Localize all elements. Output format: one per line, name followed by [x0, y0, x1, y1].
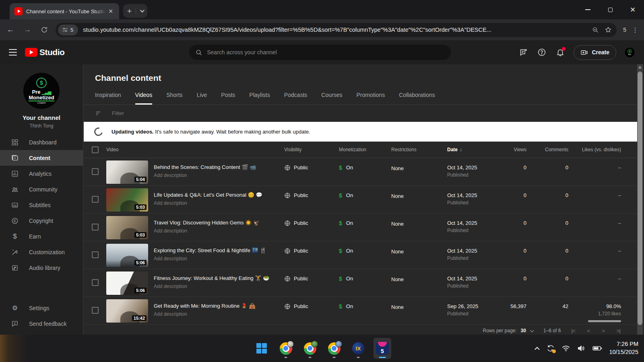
chrome-profile-1-button[interactable] — [277, 338, 295, 359]
tab-podcasts[interactable]: Podcasts — [284, 92, 308, 105]
tab-inspiration[interactable]: Inspiration — [95, 92, 121, 105]
tab-courses[interactable]: Courses — [321, 92, 342, 105]
site-settings-chip[interactable]: 5 — [58, 25, 78, 35]
tab-promotions[interactable]: Promotions — [356, 92, 385, 105]
create-button[interactable]: Create — [574, 45, 616, 60]
monetization-value[interactable]: On — [346, 165, 353, 185]
row-checkbox[interactable] — [92, 279, 99, 286]
video-title[interactable]: Behind the Scenes: Creating Content 🎬 📹 — [154, 164, 256, 170]
row-checkbox[interactable] — [92, 307, 99, 314]
tab-live[interactable]: Live — [197, 92, 207, 105]
sidebar-item-content[interactable]: Content — [0, 150, 83, 166]
active-app-button[interactable]: 5 — [374, 338, 391, 359]
visibility-value[interactable]: Public — [294, 276, 308, 282]
taskbar-clock[interactable]: 7:26 PM 10/15/2025 — [609, 340, 638, 356]
video-description-placeholder[interactable]: Add description — [154, 200, 262, 206]
tab-posts[interactable]: Posts — [221, 92, 235, 105]
video-description-placeholder[interactable]: Add description — [154, 311, 256, 317]
video-thumbnail[interactable]: 5:04 — [106, 160, 148, 184]
monetization-value[interactable]: On — [346, 192, 353, 213]
wifi-button[interactable] — [561, 344, 570, 353]
visibility-value[interactable]: Public — [294, 248, 308, 254]
window-close-button[interactable]: ✕ — [621, 0, 644, 19]
browser-profile-label[interactable]: 5 — [623, 27, 626, 33]
forward-button[interactable]: → — [21, 23, 34, 36]
header-likes[interactable]: Likes (vs. dislikes) — [568, 147, 637, 152]
monetization-value[interactable]: On — [346, 276, 353, 296]
visibility-value[interactable]: Public — [294, 165, 308, 171]
address-bar[interactable]: 5 studio.youtube.com/channel/UCb0azqva8k… — [56, 23, 617, 37]
header-comments[interactable]: Comments — [526, 147, 568, 152]
bookmark-button[interactable] — [605, 26, 612, 33]
rows-per-page-value[interactable]: 30 — [521, 328, 526, 333]
notifications-button[interactable] — [555, 47, 566, 58]
new-tab-button[interactable]: + — [127, 7, 132, 15]
filter-input[interactable] — [112, 110, 273, 116]
browser-menu-button[interactable]: ⋮ — [632, 26, 638, 34]
battery-button[interactable] — [592, 344, 603, 353]
prev-page-button[interactable]: < — [587, 328, 590, 334]
visibility-value[interactable]: Public — [294, 192, 308, 198]
tab-close-icon[interactable]: ✕ — [106, 7, 115, 15]
sidebar-item-audio-library[interactable]: Audio library — [0, 260, 83, 276]
account-avatar[interactable]: $ Pre — [624, 47, 635, 58]
window-minimize-button[interactable] — [576, 0, 599, 19]
channel-avatar[interactable]: $ Pre ▁▃▅ Monetized Chann — [23, 73, 60, 109]
tray-overflow-chevron[interactable] — [536, 347, 540, 350]
row-checkbox[interactable] — [92, 196, 99, 203]
rows-per-page-control[interactable]: Rows per page: 30 — [483, 328, 533, 333]
sidebar-item-dashboard[interactable]: Dashboard — [0, 134, 83, 150]
video-description-placeholder[interactable]: Add description — [154, 228, 260, 234]
visibility-value[interactable]: Public — [294, 220, 308, 226]
studio-logo[interactable]: Studio — [25, 47, 64, 57]
sync-status-button[interactable] — [546, 344, 555, 353]
row-checkbox[interactable] — [92, 168, 99, 175]
window-restore-button[interactable] — [599, 0, 621, 19]
video-title[interactable]: Get Ready with Me: Morning Routine 💄 👜 — [154, 303, 256, 309]
rows-per-page-chevron-icon[interactable] — [530, 328, 534, 332]
tab-collaborations[interactable]: Collaborations — [399, 92, 435, 105]
sidebar-item-earn[interactable]: $ Earn — [0, 228, 83, 244]
channel-search-box[interactable] — [189, 45, 451, 60]
sidebar-item-copyright[interactable]: Copyright — [0, 213, 83, 228]
browser-tab[interactable]: Channel content - YouTube Studio ✕ — [10, 3, 119, 19]
monetization-value[interactable]: On — [346, 248, 353, 269]
header-restrictions[interactable]: Restrictions — [391, 147, 447, 152]
video-thumbnail[interactable]: 5:03 — [106, 188, 148, 212]
channel-search-input[interactable] — [207, 49, 444, 56]
sidebar-item-settings[interactable]: ⚙ Settings — [0, 300, 83, 316]
tab-search-chevron-icon[interactable] — [140, 8, 144, 12]
header-monetization[interactable]: Monetization — [339, 147, 391, 152]
back-button[interactable]: ← — [4, 23, 17, 36]
header-video[interactable]: Video — [106, 147, 284, 152]
video-thumbnail[interactable]: 15:42 — [106, 299, 148, 323]
sidebar-item-community[interactable]: Community — [0, 181, 83, 197]
url-text[interactable]: studio.youtube.com/channel/UCb0azqva8kMZ… — [83, 27, 586, 33]
video-description-placeholder[interactable]: Add description — [154, 284, 269, 289]
sidebar-item-customization[interactable]: Customization — [0, 244, 83, 260]
video-title[interactable]: Fitness Journey: Workout & Healthy Eatin… — [154, 275, 269, 281]
row-checkbox[interactable] — [92, 224, 99, 230]
monetization-value[interactable]: On — [346, 220, 353, 241]
header-views[interactable]: Views — [500, 147, 526, 152]
sidebar-item-analytics[interactable]: Analytics — [0, 166, 83, 181]
video-title[interactable]: Exploring the City: Street Food & Nightl… — [154, 247, 266, 253]
row-checkbox[interactable] — [92, 251, 99, 258]
video-description-placeholder[interactable]: Add description — [154, 256, 266, 261]
feedback-button[interactable] — [518, 47, 528, 58]
header-date-sorted[interactable]: Date↓ — [447, 147, 500, 152]
start-button[interactable] — [253, 338, 270, 359]
tab-playlists[interactable]: Playlists — [249, 92, 270, 105]
visibility-value[interactable]: Public — [294, 303, 308, 309]
tab-videos[interactable]: Videos — [135, 92, 153, 105]
video-thumbnail[interactable]: 5:06 — [106, 272, 148, 295]
zoom-out-indicator[interactable] — [592, 27, 599, 33]
first-page-button[interactable]: |< — [571, 328, 575, 334]
sidebar-item-send-feedback[interactable]: Send feedback — [0, 316, 83, 331]
scrollbar-up-arrow[interactable] — [637, 64, 643, 70]
video-thumbnail[interactable]: 5:06 — [106, 244, 148, 267]
reload-button[interactable] — [38, 23, 51, 36]
volume-button[interactable] — [577, 344, 586, 353]
select-all-checkbox[interactable] — [92, 146, 99, 153]
scrollbar-thumb[interactable] — [638, 72, 642, 325]
